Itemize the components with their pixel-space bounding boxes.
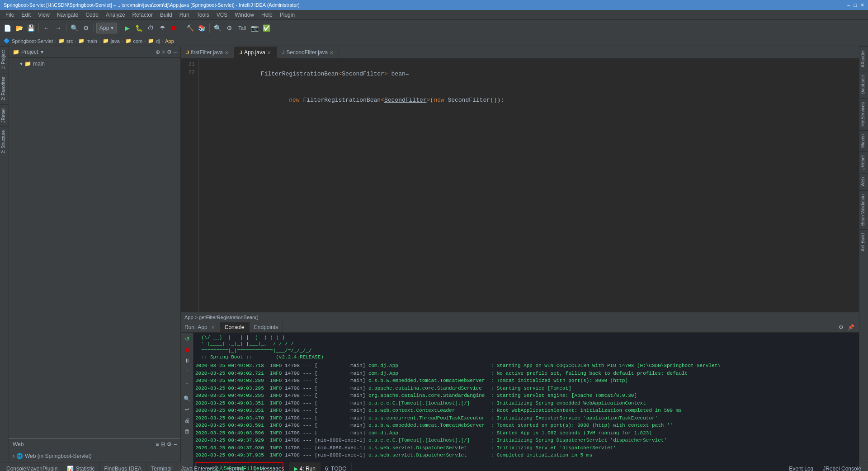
toolbar-back[interactable]: ← xyxy=(41,23,52,33)
bottom-tab-findbugs[interactable]: FindBugs-IDEA xyxy=(99,462,146,471)
bottom-tab-messages[interactable]: 0: Messages xyxy=(249,462,289,471)
run-settings-icon[interactable]: ⚙ xyxy=(836,323,845,332)
toolbar-coverage[interactable]: ☂ xyxy=(157,23,168,33)
toolbar-debug[interactable]: 🐛 xyxy=(133,23,144,33)
restore-icon[interactable]: ⏸ xyxy=(183,356,192,365)
wrap-icon[interactable]: ↩ xyxy=(183,405,192,414)
breadcrumb-java[interactable]: java xyxy=(111,38,120,44)
web-item-springboot[interactable]: › 🌐 Web (in Springboot-Servlet) xyxy=(13,452,177,460)
tab-firstfilter[interactable]: J firstFilter.java ✕ xyxy=(181,47,234,58)
menu-run[interactable]: Run xyxy=(176,12,193,18)
bottom-tab-terminal[interactable]: Terminal xyxy=(146,462,176,471)
menu-analyze[interactable]: Analyze xyxy=(102,12,129,18)
bottom-tab-eventlog[interactable]: Event Log xyxy=(784,462,818,471)
toolbar-stop[interactable]: ⏹ xyxy=(169,23,179,33)
sidebar-tab-jrebel[interactable]: JRebel xyxy=(0,104,9,126)
breadcrumb-root[interactable]: Springboot-Servlet xyxy=(12,38,53,44)
tree-item-main[interactable]: ▾ 📁 main xyxy=(9,60,180,68)
run-close-icon[interactable]: ✕ xyxy=(211,325,215,330)
right-tab-bean[interactable]: Bean Validation xyxy=(859,190,868,229)
menu-build[interactable]: Build xyxy=(156,12,176,18)
code-content[interactable]: FilterRegistrationBean<SecondFilter> bea… xyxy=(199,59,859,312)
toolbar-profile[interactable]: ⏱ xyxy=(145,23,156,33)
bottom-tab-spring[interactable]: Spring xyxy=(224,462,249,471)
run-pin-icon[interactable]: 📌 xyxy=(846,323,855,332)
toolbar-settings[interactable]: ⚙ xyxy=(80,23,91,33)
project-add[interactable]: ⊕ xyxy=(156,49,160,55)
menu-window[interactable]: Window xyxy=(231,12,258,18)
sidebar-tab-project[interactable]: 1: Project xyxy=(0,46,9,73)
minimize-btn[interactable]: – xyxy=(847,2,850,8)
bottom-tab-jrebelconsole[interactable]: JRebel Console xyxy=(818,462,866,471)
project-hide[interactable]: – xyxy=(174,49,177,55)
filter-icon[interactable]: 🔍 xyxy=(183,394,192,403)
toolbar-settings2[interactable]: ⚙ xyxy=(224,23,235,33)
bottom-tab-enterprise[interactable]: Java Enterprise xyxy=(176,462,223,471)
bottom-tab-run[interactable]: ▶ 4: Run xyxy=(289,462,321,471)
toolbar-save[interactable]: 💾 xyxy=(25,23,36,33)
right-tab-jrebel[interactable]: JRebel xyxy=(859,151,868,173)
tab-close-app[interactable]: ✕ xyxy=(267,50,271,55)
right-tab-web[interactable]: Web xyxy=(859,173,868,190)
menu-code[interactable]: Code xyxy=(82,12,102,18)
rerun-icon[interactable]: ↺ xyxy=(183,334,192,344)
up-icon[interactable]: ↑ xyxy=(183,367,192,376)
right-tab-maven[interactable]: Maven xyxy=(859,130,868,151)
toolbar-search[interactable]: 🔍 xyxy=(69,23,80,33)
breadcrumb-dj[interactable]: dj xyxy=(156,38,160,44)
bottom-tab-consolemaven[interactable]: ConsoleMavenPlugin xyxy=(2,462,62,471)
print-icon[interactable]: 🖨 xyxy=(183,416,192,425)
toolbar-hammer[interactable]: 🔨 xyxy=(184,23,195,33)
menu-navigate[interactable]: Navigate xyxy=(53,12,82,18)
tab-secondfilter[interactable]: J SecondFilter.java ✕ xyxy=(277,47,340,58)
breadcrumb-app[interactable]: App xyxy=(165,38,174,44)
app-dropdown[interactable]: App ▾ xyxy=(96,23,117,33)
project-settings[interactable]: ⚙ xyxy=(167,49,172,55)
web-align[interactable]: ≡ xyxy=(156,441,159,447)
web-collapse[interactable]: ⊟ xyxy=(160,441,165,447)
breadcrumb-src[interactable]: src xyxy=(66,38,73,44)
web-hide[interactable]: – xyxy=(174,441,177,447)
toolbar-forward[interactable]: → xyxy=(53,23,64,33)
menu-tools[interactable]: Tools xyxy=(193,12,213,18)
tab-close-firstfilter[interactable]: ✕ xyxy=(225,50,228,55)
trash-icon[interactable]: 🗑 xyxy=(183,427,192,436)
menu-help[interactable]: Help xyxy=(258,12,276,18)
stop-icon[interactable]: ⏹ xyxy=(183,345,192,354)
bottom-tab-statistic[interactable]: 📊 Statistic xyxy=(62,462,99,471)
down-icon[interactable]: ↓ xyxy=(183,378,192,387)
menu-vcs[interactable]: VCS xyxy=(213,12,231,18)
run-tab-console[interactable]: Console xyxy=(220,322,250,332)
sidebar-tab-favorites[interactable]: 2: Favorites xyxy=(0,73,9,104)
toolbar-new[interactable]: 📄 xyxy=(2,23,13,33)
right-tab-axcoder[interactable]: AXcoder xyxy=(859,46,868,71)
toolbar-stack[interactable]: 📚 xyxy=(196,23,207,33)
statistic-icon: 📊 xyxy=(67,466,74,471)
right-tab-ant[interactable]: Ant Build xyxy=(859,229,868,255)
breadcrumb-main[interactable]: main xyxy=(86,38,97,44)
breadcrumb-com[interactable]: com xyxy=(133,38,143,44)
sidebar-tab-structure[interactable]: 2: Structure xyxy=(0,126,9,157)
toolbar-check[interactable]: ✅ xyxy=(261,23,272,33)
tab-close-secondfilter[interactable]: ✕ xyxy=(330,50,333,55)
toolbar-run[interactable]: ▶ xyxy=(122,23,132,33)
project-collapse[interactable]: ≡ xyxy=(162,49,165,55)
menu-file[interactable]: File xyxy=(2,12,18,18)
toolbar-camera[interactable]: 📷 xyxy=(250,23,260,33)
close-btn[interactable]: ✕ xyxy=(860,2,864,8)
toolbar-open[interactable]: 📂 xyxy=(14,23,24,33)
menu-refactor[interactable]: Refactor xyxy=(129,12,156,18)
right-tab-database[interactable]: Database xyxy=(859,71,868,98)
right-tab-retservices[interactable]: RetServices xyxy=(859,98,868,130)
menu-view[interactable]: View xyxy=(34,12,53,18)
tab-app[interactable]: J App.java ✕ xyxy=(234,47,277,58)
tail-btn[interactable]: Tail xyxy=(236,23,249,33)
menu-edit[interactable]: Edit xyxy=(18,12,34,18)
project-dropdown[interactable]: ▾ xyxy=(41,49,43,55)
maximize-btn[interactable]: □ xyxy=(854,2,857,8)
web-settings[interactable]: ⚙ xyxy=(167,441,172,447)
bottom-tab-todo[interactable]: 6: TODO xyxy=(321,462,352,471)
menu-plugin[interactable]: Plugin xyxy=(276,12,298,18)
toolbar-search2[interactable]: 🔍 xyxy=(212,23,223,33)
run-tab-endpoints[interactable]: Endpoints xyxy=(250,322,283,332)
